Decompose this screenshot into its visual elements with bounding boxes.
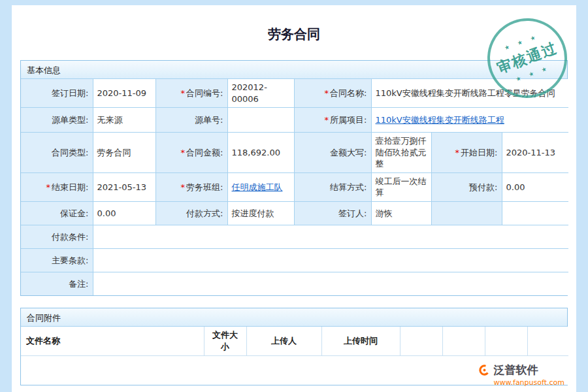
deposit-label: 保证金: bbox=[21, 201, 93, 225]
basic-info-table: 签订日期: 2020-11-09 *合同编号: 202012-00006 *合同… bbox=[21, 79, 568, 295]
amount-words-value: 壹拾壹万捌仟陆佰玖拾贰元整 bbox=[371, 133, 431, 173]
attachments-header-row: 文件名称 文件大小 上传人 上传时间 bbox=[21, 327, 568, 356]
required-mark: * bbox=[325, 88, 329, 98]
basic-info-section: 基本信息 签订日期: 2020-11-09 *合同编号: 202012-0000… bbox=[20, 60, 568, 296]
basic-info-row: 源单类型: 无来源 源单号: *所属项目: 110kV安徽线程集变开断线路工程 bbox=[21, 108, 568, 133]
payment-method-value: 按进度付款 bbox=[227, 201, 294, 225]
basic-info-row: *结束日期: 2021-05-13 *劳务班组: 任明成施工队 结算方式: 竣工… bbox=[21, 172, 568, 201]
main-terms-value bbox=[93, 248, 568, 272]
basic-info-row: 签订日期: 2020-11-09 *合同编号: 202012-00006 *合同… bbox=[21, 79, 568, 108]
payment-terms-label: 付款条件: bbox=[21, 225, 93, 248]
col-file-name: 文件名称 bbox=[21, 327, 204, 356]
remarks-label: 备注: bbox=[21, 272, 93, 295]
end-date-value: 2021-05-13 bbox=[93, 172, 155, 201]
source-no-value bbox=[227, 108, 294, 133]
contract-no-label: *合同编号: bbox=[155, 79, 227, 108]
payment-method-label: 付款方式: bbox=[155, 201, 227, 225]
basic-info-row: 保证金: 0.00 付款方式: 按进度付款 签订人: 游恢 bbox=[21, 201, 568, 225]
basic-info-row: 合同类型: 劳务合同 *合同金额: 118,692.00 金额大写: 壹拾壹万捌… bbox=[21, 133, 568, 173]
end-date-label: *结束日期: bbox=[21, 172, 93, 201]
contract-name-value: 110kV安徽线程集变开断线路工程零星劳务合同 bbox=[371, 79, 568, 108]
fanpu-logo-icon bbox=[478, 364, 491, 376]
sign-date-value: 2020-11-09 bbox=[93, 79, 155, 108]
labor-team-label: *劳务班组: bbox=[155, 172, 227, 201]
contract-amount-value: 118,692.00 bbox=[227, 133, 294, 173]
sign-date-label: 签订日期: bbox=[21, 79, 93, 108]
required-mark: * bbox=[181, 88, 186, 98]
basic-info-header: 基本信息 bbox=[21, 61, 567, 79]
contract-type-label: 合同类型: bbox=[21, 133, 93, 173]
source-no-label: 源单号: bbox=[155, 108, 227, 133]
source-type-label: 源单类型: bbox=[21, 108, 93, 133]
empty-label-cell bbox=[431, 201, 502, 225]
page-title: 劳务合同 bbox=[20, 5, 568, 43]
attachments-header: 合同附件 bbox=[21, 308, 567, 327]
form-container: 劳务合同 ★ ★ ★ 审核通过 ★ ★ ★ 基本信息 签订日期: 2020-11… bbox=[12, 5, 576, 392]
settlement-value: 竣工后一次结算 bbox=[371, 172, 431, 201]
contract-name-label: *合同名称: bbox=[294, 79, 371, 108]
basic-info-row: 备注: bbox=[21, 272, 568, 295]
vendor-url: www.fanpusoft.com bbox=[494, 378, 564, 387]
source-type-value: 无来源 bbox=[93, 108, 155, 133]
settlement-label: 结算方式: bbox=[294, 172, 371, 201]
prepayment-label: 预付款: bbox=[431, 172, 502, 201]
contract-no-value: 202012-00006 bbox=[227, 79, 294, 108]
required-mark: * bbox=[46, 182, 51, 192]
vendor-logo: 泛普软件 www.fanpusoft.com bbox=[478, 363, 564, 387]
labor-team-link[interactable]: 任明成施工队 bbox=[232, 182, 283, 192]
required-mark: * bbox=[181, 182, 186, 192]
labor-team-value: 任明成施工队 bbox=[227, 172, 294, 201]
payment-terms-value bbox=[93, 225, 568, 248]
contract-amount-label: *合同金额: bbox=[155, 133, 227, 173]
col-file-size: 文件大小 bbox=[204, 327, 246, 356]
empty-value-cell bbox=[502, 201, 568, 225]
contract-type-value: 劳务合同 bbox=[93, 133, 155, 173]
remarks-value bbox=[93, 272, 568, 295]
vendor-name: 泛普软件 bbox=[494, 363, 538, 378]
signer-value: 游恢 bbox=[371, 201, 431, 225]
project-label: *所属项目: bbox=[294, 108, 371, 133]
required-mark: * bbox=[181, 148, 186, 157]
basic-info-row: 主要条款: bbox=[21, 248, 568, 272]
deposit-value: 0.00 bbox=[93, 201, 155, 225]
main-terms-label: 主要条款: bbox=[21, 248, 93, 272]
basic-info-row: 付款条件: bbox=[21, 225, 568, 248]
required-mark: * bbox=[455, 148, 460, 157]
prepayment-value: 0.00 bbox=[502, 172, 568, 201]
amount-words-label: 金额大写: bbox=[294, 133, 371, 173]
col-empty bbox=[400, 327, 442, 356]
start-date-label: *开始日期: bbox=[431, 133, 502, 173]
project-value: 110kV安徽线程集变开断线路工程 bbox=[371, 108, 568, 133]
col-empty bbox=[527, 327, 568, 356]
project-link[interactable]: 110kV安徽线程集变开断线路工程 bbox=[376, 115, 504, 125]
required-mark: * bbox=[325, 115, 329, 125]
col-uploader: 上传人 bbox=[246, 327, 321, 356]
col-empty bbox=[485, 327, 527, 356]
start-date-value: 2020-11-13 bbox=[502, 133, 568, 173]
col-empty bbox=[442, 327, 485, 356]
col-upload-time: 上传时间 bbox=[321, 327, 400, 356]
signer-label: 签订人: bbox=[294, 201, 371, 225]
